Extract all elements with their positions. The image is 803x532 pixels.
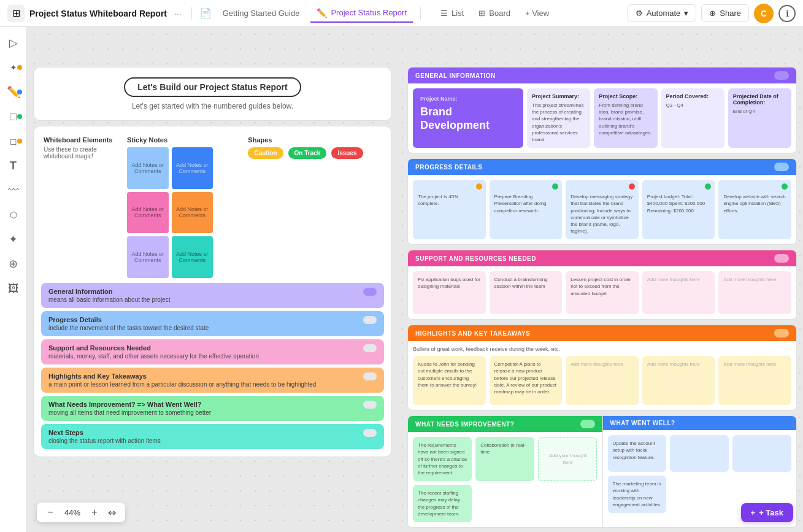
tool-globe[interactable]: ⊕: [2, 253, 25, 275]
row-support: Support and Resources Needed materials, …: [41, 339, 384, 364]
tool-line[interactable]: 〰: [2, 179, 25, 201]
supp-cell-5: Add more thoughts here: [718, 271, 791, 314]
toggle-imp[interactable]: [363, 401, 377, 409]
app-logo[interactable]: ⊞: [7, 5, 25, 22]
row-general: General Information means all basic info…: [41, 283, 384, 308]
task-button[interactable]: + + Task: [741, 503, 793, 522]
toggle-gen[interactable]: [363, 288, 377, 296]
improvement-left: WHAT NEEDS IMPROVEMENT? The requirements…: [408, 416, 602, 527]
tool-pen[interactable]: ✏️: [2, 81, 25, 103]
prog-toggle[interactable]: [774, 163, 789, 171]
gen-header: GENERAL INFORMATION: [408, 67, 796, 83]
ww-cell-3: [732, 435, 791, 472]
avatar[interactable]: C: [754, 4, 774, 23]
imp-toggle[interactable]: [580, 420, 595, 428]
prog-cell-2: Prepare Branding Presentation after doin…: [490, 180, 563, 239]
highlights-card: HIGHLIGHTS AND KEY TAKEAWAYS Bullets of …: [407, 325, 797, 411]
toggle-supp[interactable]: [363, 344, 377, 352]
tool-text[interactable]: T: [2, 155, 25, 177]
progress-card: PROGRESS DETAILS The project is 45% comp…: [407, 158, 797, 245]
nav-view[interactable]: + View: [518, 1, 556, 25]
tool-mindmap[interactable]: ⬡: [2, 204, 25, 226]
sticky-notes-title: Sticky Notes: [127, 136, 238, 144]
divider: [191, 7, 192, 20]
prog-body-1: The project is 45% complete.: [418, 193, 481, 207]
supp-body-4: Add more thoughts here: [647, 276, 710, 283]
share-button[interactable]: ⊕ Share: [701, 4, 749, 22]
canvas-area[interactable]: Let's Build our Project Status Report Le…: [27, 27, 803, 532]
nav-list[interactable]: ☰ List: [433, 1, 471, 25]
sticky-6: Add Notes or Comments: [172, 236, 213, 278]
main-content-panel: GENERAL INFORMATION Project Name: Brand …: [407, 67, 797, 528]
toggle-high[interactable]: [363, 372, 377, 380]
blue-dot: [17, 90, 22, 94]
high-cell-5: Add more thoughts here: [718, 356, 791, 405]
prog-body-5: Develop website with search engine optim…: [723, 193, 786, 214]
ww-cell-1: Update the account setup with facial rec…: [608, 435, 667, 472]
period-body: Q3 - Q4: [666, 102, 720, 109]
automate-icon: ⚙: [636, 9, 643, 18]
improvement-grid: WHAT NEEDS IMPROVEMENT? The requirements…: [408, 416, 796, 527]
automate-button[interactable]: ⚙ Automate ▾: [628, 4, 697, 22]
ww-header: WHAT WENT WELL?: [603, 416, 797, 430]
toggle-prog[interactable]: [363, 316, 377, 324]
sticky-grid: Add Notes or Comments Add Notes or Comme…: [127, 147, 213, 278]
prog-body-2: Prepare Branding Presentation after doin…: [494, 193, 558, 214]
imp-body-1: The requirements have not been signed of…: [418, 442, 467, 476]
row-imp-title: What Needs Improvement? => What Went Wel…: [48, 401, 211, 408]
zoom-controls: − 44% + ⇔: [37, 503, 125, 522]
high-body-2: Competitor A plans to release a new prod…: [494, 361, 558, 395]
tool-magic[interactable]: ✦: [2, 228, 25, 250]
high-body-1: Kudos to John for sending out multiple e…: [418, 361, 481, 388]
summary-body: This project streamlines the process of …: [532, 102, 585, 143]
task-label: + Task: [759, 508, 783, 517]
period-title: Period Covered:: [666, 93, 720, 99]
tab-getting-started[interactable]: Getting Started Guide: [217, 5, 306, 21]
topbar: ⊞ Project Status Whiteboard Report ··· 📄…: [0, 0, 803, 27]
sticky-5: Add Notes or Comments: [127, 236, 169, 278]
imp-header-label: WHAT NEEDS IMPROVEMENT?: [415, 421, 514, 428]
board-icon: ⊞: [478, 9, 485, 18]
supp-toggle[interactable]: [774, 254, 789, 263]
toggle-next[interactable]: [363, 429, 377, 437]
info-button[interactable]: ℹ: [778, 5, 796, 22]
imp-bottom-1: The recent staffing changes may delay th…: [418, 490, 467, 517]
dot-green-4: [705, 183, 711, 190]
section-rows: General Information means all basic info…: [34, 283, 391, 457]
improvement-card: WHAT NEEDS IMPROVEMENT? The requirements…: [407, 415, 797, 528]
tool-rectangle[interactable]: □: [2, 106, 25, 128]
sticky-3: Add Notes or Comments: [127, 192, 169, 234]
high-body-4: Add more thoughts here: [647, 361, 710, 368]
gen-toggle[interactable]: [774, 71, 789, 80]
more-options-icon[interactable]: ···: [174, 9, 182, 18]
nav-tabs: ☰ List ⊞ Board + View: [433, 1, 556, 26]
prog-header-label: PROGRESS DETAILS: [415, 164, 483, 171]
row-improvement: What Needs Improvement? => What Went Wel…: [41, 396, 384, 421]
tool-image[interactable]: 🖼: [2, 277, 25, 299]
tab-project-status[interactable]: ✏️ Project Status Report: [310, 4, 413, 23]
guide-title-box: Let's Build our Project Status Report Le…: [33, 67, 392, 121]
high-toggle[interactable]: [774, 329, 789, 337]
shapes-title: Shapes: [248, 136, 382, 144]
tool-sticky[interactable]: ◻: [2, 130, 25, 152]
on-track-badge: On Track: [288, 147, 327, 159]
row-progress: Progress Details include the movement of…: [41, 311, 384, 336]
supp-cell-4: Add more thoughts here: [642, 271, 715, 314]
tab-getting-started-label: Getting Started Guide: [223, 9, 300, 18]
sticky-1: Add Notes or Comments: [127, 147, 169, 189]
zoom-in-button[interactable]: +: [88, 506, 101, 519]
main-layout: ▷ ✦ ✏️ □ ◻ T 〰 ⬡ ✦ ⊕ 🖼 Let's Build our P…: [0, 27, 803, 532]
tool-ai[interactable]: ✦: [2, 56, 25, 79]
zoom-fit-button[interactable]: ⇔: [106, 506, 118, 519]
row-highlights: Highlights and Key Takeaways a main poin…: [41, 368, 384, 393]
divider2: [420, 7, 421, 20]
zoom-out-button[interactable]: −: [44, 506, 56, 519]
nav-board[interactable]: ⊞ Board: [471, 1, 518, 25]
tool-cursor[interactable]: ▷: [2, 32, 25, 54]
prog-body-3: Develop messaging strategy that translat…: [571, 193, 634, 234]
ww-cell-2: [670, 435, 729, 472]
supp-body-3: Lessen project cost in order not to exce…: [571, 276, 634, 297]
project-name-cell: Project Name: Brand Development: [413, 88, 523, 148]
app-title: Project Status Whiteboard Report: [29, 9, 167, 18]
high-body-5: Add more thoughts here: [723, 361, 786, 368]
